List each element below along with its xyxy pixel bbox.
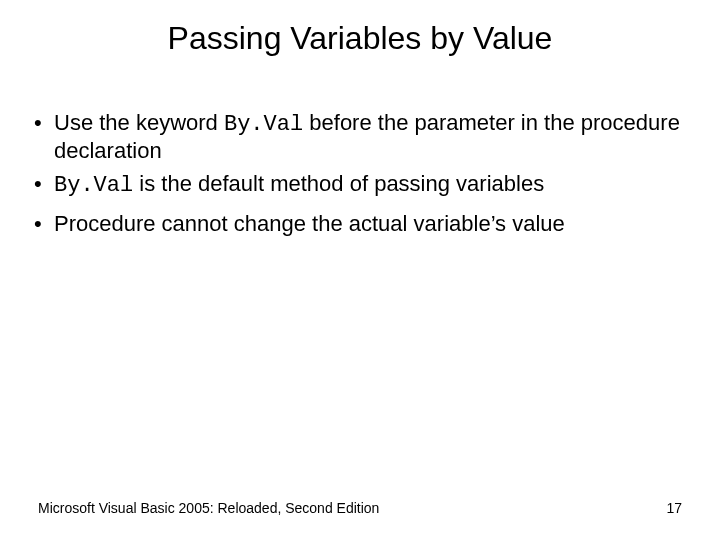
bullet-1-text-pre: Use the keyword bbox=[54, 110, 224, 135]
footer-source: Microsoft Visual Basic 2005: Reloaded, S… bbox=[38, 500, 379, 516]
bullet-2-code: By.Val bbox=[54, 173, 133, 198]
bullet-item-2: By.Val is the default method of passing … bbox=[30, 171, 690, 199]
slide-title: Passing Variables by Value bbox=[0, 20, 720, 57]
footer-page-number: 17 bbox=[666, 500, 682, 516]
slide: Passing Variables by Value Use the keywo… bbox=[0, 0, 720, 540]
bullet-item-3: Procedure cannot change the actual varia… bbox=[30, 211, 690, 237]
bullet-3-text: Procedure cannot change the actual varia… bbox=[54, 211, 565, 236]
bullet-1-code: By.Val bbox=[224, 112, 303, 137]
slide-body: Use the keyword By.Val before the parame… bbox=[30, 110, 690, 244]
bullet-item-1: Use the keyword By.Val before the parame… bbox=[30, 110, 690, 165]
bullet-2-text-post: is the default method of passing variabl… bbox=[133, 171, 544, 196]
bullet-list: Use the keyword By.Val before the parame… bbox=[30, 110, 690, 238]
